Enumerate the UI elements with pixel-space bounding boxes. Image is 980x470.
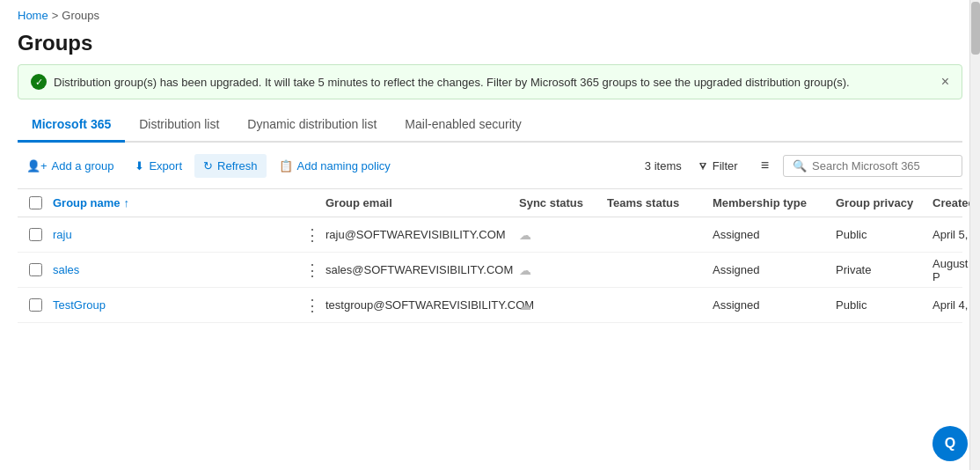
col-sync-status: Sync status	[519, 196, 607, 209]
row-1-membership-type: Assigned	[713, 228, 836, 241]
add-naming-policy-label: Add naming policy	[297, 159, 391, 173]
table-container: Group name ↑ Group email Sync status Tea…	[18, 188, 962, 323]
row-2-checkbox[interactable]	[29, 263, 42, 276]
row-checkbox-cell	[18, 228, 53, 241]
refresh-label: Refresh	[217, 159, 258, 173]
columns-button[interactable]: ≡	[754, 153, 776, 178]
breadcrumb-separator: >	[52, 9, 59, 22]
tabs-container: Microsoft 365 Distribution list Dynamic …	[18, 110, 962, 143]
row-1-group-email: raju@SOFTWAREVISIBILITY.COM	[325, 228, 519, 241]
table-header: Group name ↑ Group email Sync status Tea…	[18, 189, 962, 217]
filter-button[interactable]: ⛛ Filter	[689, 155, 747, 177]
table-row: raju ⋮ raju@SOFTWAREVISIBILITY.COM ☁ Ass…	[18, 217, 962, 253]
breadcrumb: Home > Groups	[0, 0, 980, 27]
row-3-checkbox[interactable]	[29, 298, 42, 312]
header-checkbox-cell	[18, 196, 53, 209]
search-input[interactable]	[812, 159, 953, 173]
tab-microsoft365[interactable]: Microsoft 365	[18, 110, 125, 143]
row-checkbox-cell	[18, 298, 53, 312]
add-group-button[interactable]: 👤+ Add a group	[18, 154, 122, 178]
alert-check-icon: ✓	[31, 74, 47, 90]
table-row: sales ⋮ sales@SOFTWAREVISIBILITY.COM ☁ A…	[18, 253, 962, 288]
add-person-icon: 👤+	[26, 159, 48, 173]
refresh-icon: ↻	[203, 159, 213, 173]
row-checkbox-cell	[18, 263, 53, 276]
export-label: Export	[149, 159, 182, 173]
col-group-email: Group email	[325, 196, 519, 209]
items-count: 3 items	[645, 159, 682, 173]
row-2-group-name[interactable]: sales	[53, 263, 299, 276]
row-3-group-email: testgroup@SOFTWAREVISIBILITY.COM	[325, 298, 519, 312]
row-2-group-email: sales@SOFTWAREVISIBILITY.COM	[325, 263, 519, 276]
add-group-label: Add a group	[52, 159, 114, 173]
col-membership-type: Membership type	[713, 196, 836, 209]
add-naming-policy-button[interactable]: 📋 Add naming policy	[270, 154, 399, 178]
search-box: 🔍	[783, 155, 962, 177]
row-1-checkbox[interactable]	[29, 228, 42, 241]
breadcrumb-current: Groups	[62, 9, 99, 22]
refresh-button[interactable]: ↻ Refresh	[194, 154, 267, 178]
alert-banner: ✓ Distribution group(s) has been upgrade…	[18, 64, 962, 99]
row-1-dots[interactable]: ⋮	[299, 225, 325, 245]
row-2-membership-type: Assigned	[713, 263, 836, 276]
toolbar: 👤+ Add a group ⬇ Export ↻ Refresh 📋 Add …	[0, 143, 980, 188]
row-3-dots[interactable]: ⋮	[299, 296, 325, 315]
row-3-group-privacy: Public	[836, 298, 932, 312]
alert-close-button[interactable]: ×	[941, 75, 949, 89]
col-group-name[interactable]: Group name ↑	[53, 196, 299, 209]
table-row: TestGroup ⋮ testgroup@SOFTWAREVISIBILITY…	[18, 288, 962, 323]
filter-icon: ⛛	[698, 159, 709, 173]
toolbar-right: 3 items ⛛ Filter ≡ 🔍	[645, 153, 962, 178]
scrollbar[interactable]	[969, 0, 980, 470]
col-group-name-label: Group name	[53, 196, 121, 209]
row-2-sync-status: ☁	[519, 263, 607, 277]
row-1-sync-status: ☁	[519, 228, 607, 242]
row-1-group-name[interactable]: raju	[53, 228, 299, 241]
tab-mail-enabled-security[interactable]: Mail-enabled security	[391, 110, 535, 143]
export-icon: ⬇	[135, 159, 144, 173]
col-teams-status: Teams status	[607, 196, 713, 209]
breadcrumb-home[interactable]: Home	[18, 9, 48, 22]
select-all-checkbox[interactable]	[29, 196, 42, 209]
page-title: Groups	[0, 27, 980, 64]
floating-action-button[interactable]: Q	[932, 426, 968, 461]
row-3-sync-status: ☁	[519, 298, 607, 312]
scrollbar-thumb[interactable]	[971, 2, 980, 55]
export-button[interactable]: ⬇ Export	[126, 154, 191, 178]
naming-policy-icon: 📋	[279, 159, 293, 173]
row-1-group-privacy: Public	[836, 228, 932, 241]
alert-banner-left: ✓ Distribution group(s) has been upgrade…	[31, 74, 850, 90]
row-2-group-privacy: Private	[836, 263, 932, 276]
row-2-dots[interactable]: ⋮	[299, 261, 325, 280]
filter-label: Filter	[713, 159, 738, 173]
row-3-membership-type: Assigned	[713, 298, 836, 312]
sort-indicator: ↑	[124, 196, 130, 209]
tab-dynamic-distribution-list[interactable]: Dynamic distribution list	[233, 110, 391, 143]
tab-distribution-list[interactable]: Distribution list	[125, 110, 233, 143]
row-3-group-name[interactable]: TestGroup	[53, 298, 299, 312]
col-group-privacy: Group privacy	[836, 196, 932, 209]
search-icon: 🔍	[793, 159, 807, 173]
alert-message: Distribution group(s) has been upgraded.…	[54, 76, 850, 89]
